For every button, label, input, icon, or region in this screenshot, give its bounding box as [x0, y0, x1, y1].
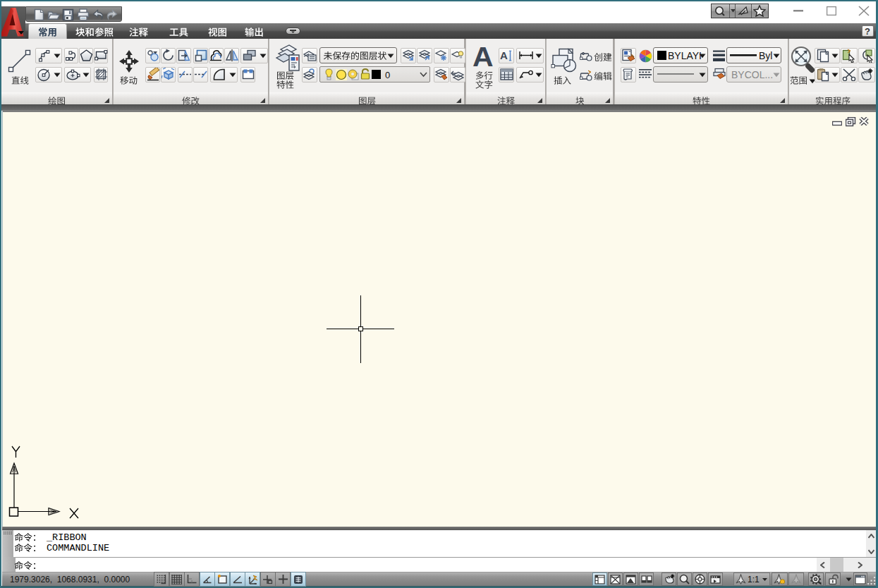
svg-text:A: A [500, 49, 508, 61]
